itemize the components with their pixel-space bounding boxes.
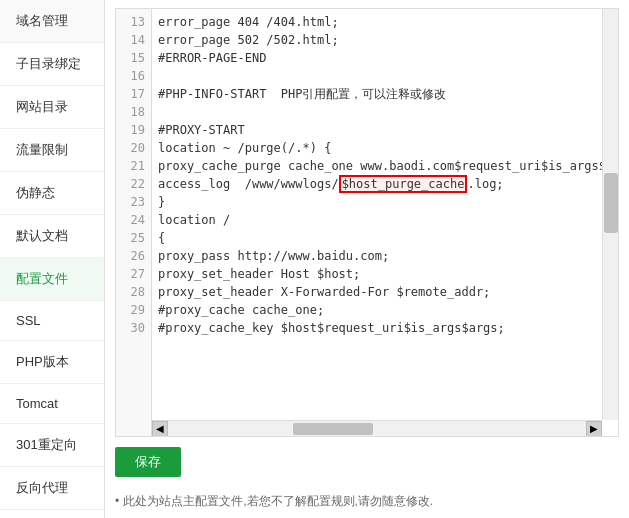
horizontal-scrollbar[interactable]: ◀ ▶ — [152, 420, 602, 436]
sidebar-item-tomcat[interactable]: Tomcat — [0, 384, 104, 424]
main-content: 13 14 15 16 17 18 19 20 21 22 23 24 25 2… — [105, 0, 629, 518]
sidebar-item-php[interactable]: PHP版本 — [0, 341, 104, 384]
code-line-26: proxy_pass http://www.baidu.com; — [158, 247, 612, 265]
code-line-14: error_page 502 /502.html; — [158, 31, 612, 49]
code-line-27: proxy_set_header Host $host; — [158, 265, 612, 283]
scroll-left-btn[interactable]: ◀ — [152, 421, 168, 437]
sidebar: 域名管理 子目录绑定 网站目录 流量限制 伪静态 默认文档 配置文件 SSL P… — [0, 0, 105, 518]
code-line-24: location / — [158, 211, 612, 229]
sidebar-item-redirect[interactable]: 301重定向 — [0, 424, 104, 467]
notice-bullet: • — [115, 494, 119, 508]
code-line-15: #ERROR-PAGE-END — [158, 49, 612, 67]
code-line-20: location ~ /purge(/.*) { — [158, 139, 612, 157]
code-content[interactable]: error_page 404 /404.html; error_page 502… — [152, 9, 618, 436]
code-line-22: access_log /www/wwwlogs/$host_purge_cach… — [158, 175, 612, 193]
code-line-30: #proxy_cache_key $host$request_uri$is_ar… — [158, 319, 612, 337]
bottom-toolbar: 保存 — [105, 437, 629, 487]
sidebar-item-domain[interactable]: 域名管理 — [0, 0, 104, 43]
highlight-purge-cache: $host_purge_cache — [339, 175, 468, 193]
line-numbers: 13 14 15 16 17 18 19 20 21 22 23 24 25 2… — [116, 9, 152, 436]
code-line-25: { — [158, 229, 612, 247]
h-scroll-track[interactable] — [168, 421, 586, 437]
vertical-scrollbar[interactable] — [602, 9, 618, 420]
sidebar-item-traffic[interactable]: 流量限制 — [0, 129, 104, 172]
h-scroll-thumb[interactable] — [293, 423, 373, 435]
code-line-16 — [158, 67, 612, 85]
notice-text: 此处为站点主配置文件,若您不了解配置规则,请勿随意修改. — [123, 493, 433, 510]
code-editor[interactable]: 13 14 15 16 17 18 19 20 21 22 23 24 25 2… — [115, 8, 619, 437]
code-line-19: #PROXY-START — [158, 121, 612, 139]
sidebar-item-scan[interactable]: 风险扫描 — [0, 510, 104, 518]
sidebar-item-config[interactable]: 配置文件 — [0, 258, 104, 301]
notice-area: • 此处为站点主配置文件,若您不了解配置规则,请勿随意修改. — [105, 487, 629, 518]
code-line-28: proxy_set_header X-Forwarded-For $remote… — [158, 283, 612, 301]
scroll-right-btn[interactable]: ▶ — [586, 421, 602, 437]
sidebar-item-webdir[interactable]: 网站目录 — [0, 86, 104, 129]
code-line-23: } — [158, 193, 612, 211]
code-line-17: #PHP-INFO-START PHP引用配置，可以注释或修改 — [158, 85, 612, 103]
save-button[interactable]: 保存 — [115, 447, 181, 477]
code-line-29: #proxy_cache cache_one; — [158, 301, 612, 319]
sidebar-item-rewrite[interactable]: 伪静态 — [0, 172, 104, 215]
code-line-18 — [158, 103, 612, 121]
code-line-13: error_page 404 /404.html; — [158, 13, 612, 31]
sidebar-item-proxy[interactable]: 反向代理 — [0, 467, 104, 510]
code-line-21: proxy_cache_purge cache_one www.baodi.co… — [158, 157, 612, 175]
sidebar-item-ssl[interactable]: SSL — [0, 301, 104, 341]
scroll-thumb[interactable] — [604, 173, 618, 233]
sidebar-item-subdir[interactable]: 子目录绑定 — [0, 43, 104, 86]
sidebar-item-default-doc[interactable]: 默认文档 — [0, 215, 104, 258]
